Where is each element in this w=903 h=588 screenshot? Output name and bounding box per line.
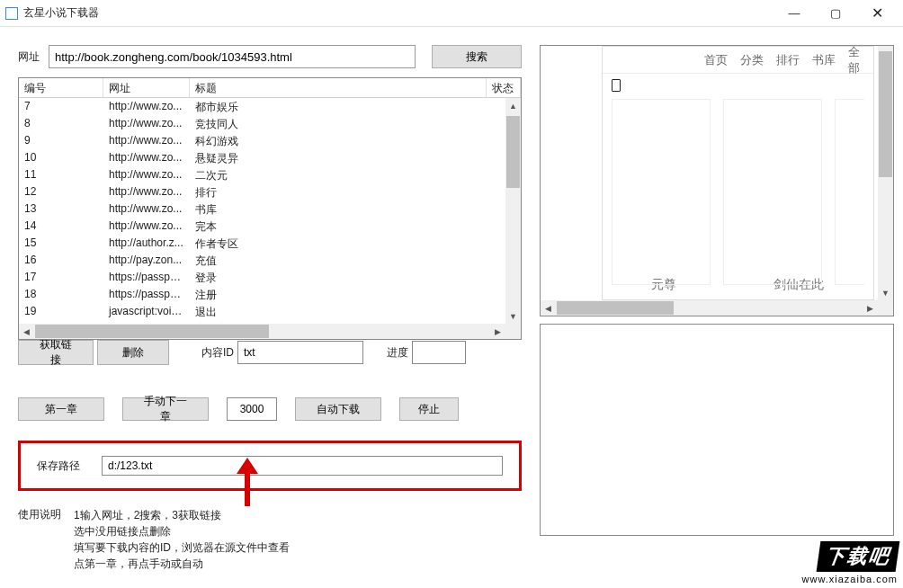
table-vscroll[interactable]: ▲ ▼ <box>505 98 521 324</box>
cell-title: 二次元 <box>190 166 521 183</box>
table-row[interactable]: 14http://www.zo...完本 <box>19 218 521 235</box>
cell-id: 15 <box>19 235 103 252</box>
maximize-button[interactable]: ▢ <box>815 1 856 26</box>
search-button[interactable]: 搜索 <box>432 45 522 68</box>
cell-url: http://www.zo... <box>103 132 190 149</box>
url-label: 网址 <box>18 49 40 65</box>
table-row[interactable]: 16http://pay.zon...充值 <box>19 252 521 269</box>
auto-download-button[interactable]: 自动下载 <box>295 397 381 421</box>
url-input[interactable] <box>49 45 416 68</box>
close-button[interactable]: ✕ <box>856 1 898 26</box>
help-text: 1输入网址，2搜索，3获取链接选中没用链接点删除填写要下载内容的ID，浏览器在源… <box>74 507 290 572</box>
cell-id: 18 <box>19 286 103 303</box>
browser-preview[interactable]: 首页 分类 排行 书库 全部 <box>540 45 894 316</box>
save-path-highlight: 保存路径 <box>18 441 522 491</box>
th-title[interactable]: 标题 <box>190 78 487 97</box>
table-row[interactable]: 13http://www.zo...书库 <box>19 200 521 218</box>
cell-url: http://www.zo... <box>103 149 190 166</box>
table-row[interactable]: 17https://passpo...登录 <box>19 269 521 286</box>
manual-next-button[interactable]: 手动下一章 <box>122 397 209 421</box>
th-status[interactable]: 状态 <box>487 78 521 97</box>
cell-title: 都市娱乐 <box>190 98 521 115</box>
progress-input[interactable] <box>412 341 466 364</box>
cell-url: http://www.zo... <box>103 200 190 218</box>
web-content[interactable]: 首页 分类 排行 书库 全部 <box>602 46 874 300</box>
table-row[interactable]: 11http://www.zo...二次元 <box>19 166 521 183</box>
scroll-right-icon[interactable]: ▶ <box>863 300 878 316</box>
cell-title: 作者专区 <box>190 235 521 252</box>
scroll-thumb-h[interactable] <box>35 325 269 338</box>
cell-url: javascript:void... <box>103 303 190 320</box>
web-tab-more[interactable]: 全部 <box>848 46 864 76</box>
get-links-button[interactable]: 获取链接 <box>18 340 94 365</box>
table-row[interactable]: 15http://author.z...作者专区 <box>19 235 521 252</box>
scroll-down-icon[interactable]: ▼ <box>505 308 521 324</box>
cell-id: 10 <box>19 149 103 166</box>
web-tab-home[interactable]: 首页 <box>704 52 728 68</box>
book-card[interactable] <box>723 99 822 285</box>
book-card[interactable] <box>612 99 711 285</box>
cell-url: https://passpo... <box>103 286 190 303</box>
scroll-left-icon[interactable]: ◀ <box>541 300 556 316</box>
cell-id: 8 <box>19 115 103 132</box>
cell-title: 充值 <box>190 252 521 269</box>
table-row[interactable]: 7http://www.zo...都市娱乐 <box>19 98 521 115</box>
table-row[interactable]: 10http://www.zo...悬疑灵异 <box>19 149 521 166</box>
save-path-label: 保存路径 <box>37 459 102 474</box>
minimize-button[interactable]: — <box>773 1 815 26</box>
scroll-corner <box>878 300 893 316</box>
scroll-left-icon[interactable]: ◀ <box>19 324 34 339</box>
scroll-up-icon[interactable]: ▲ <box>505 98 521 113</box>
help-line: 1输入网址，2搜索，3获取链接 <box>74 507 290 523</box>
help-line: 填写要下载内容的ID，浏览器在源文件中查看 <box>74 539 290 556</box>
scroll-down-icon[interactable]: ▼ <box>878 285 893 300</box>
cell-id: 9 <box>19 132 103 149</box>
scroll-thumb[interactable] <box>506 116 520 188</box>
cell-title: 排行 <box>190 183 521 200</box>
titlebar: 玄星小说下载器 — ▢ ✕ <box>0 0 903 27</box>
web-tab-rank[interactable]: 排行 <box>776 52 800 68</box>
th-url[interactable]: 网址 <box>103 78 190 97</box>
cell-id: 16 <box>19 252 103 269</box>
content-id-input[interactable] <box>237 341 363 364</box>
first-chapter-button[interactable]: 第一章 <box>18 397 104 421</box>
delete-button[interactable]: 删除 <box>97 340 169 365</box>
table-header: 编号 网址 标题 状态 <box>19 78 521 98</box>
cell-url: http://author.z... <box>103 235 190 252</box>
web-tab-library[interactable]: 书库 <box>812 52 836 68</box>
table-row[interactable]: 18https://passpo...注册 <box>19 286 521 303</box>
th-id[interactable]: 编号 <box>19 78 103 97</box>
progress-label: 进度 <box>387 345 408 361</box>
preview-hscroll[interactable]: ◀ ▶ <box>541 300 878 316</box>
table-row[interactable]: 8http://www.zo...竞技同人 <box>19 115 521 132</box>
interval-input[interactable] <box>227 397 277 421</box>
cell-url: https://passpo... <box>103 269 190 286</box>
cell-url: http://www.zo... <box>103 183 190 200</box>
scroll-right-icon[interactable]: ▶ <box>490 324 505 339</box>
table-row[interactable]: 9http://www.zo...科幻游戏 <box>19 132 521 149</box>
cell-title: 完本 <box>190 218 521 235</box>
content-id-label: 内容ID <box>201 345 234 361</box>
cell-title: 科幻游戏 <box>190 132 521 149</box>
results-table[interactable]: 编号 网址 标题 状态 7http://www.zo...都市娱乐8http:/… <box>18 77 522 340</box>
cell-id: 11 <box>19 166 103 183</box>
help-line: 点第一章，再点手动或自动 <box>74 556 290 572</box>
cell-id: 13 <box>19 200 103 218</box>
stop-button[interactable]: 停止 <box>399 397 459 421</box>
cell-id: 19 <box>19 303 103 320</box>
scroll-thumb-h[interactable] <box>557 301 674 315</box>
table-body[interactable]: 7http://www.zo...都市娱乐8http://www.zo...竞技… <box>19 98 521 339</box>
table-hscroll[interactable]: ◀ ▶ <box>19 324 505 339</box>
web-tab-category[interactable]: 分类 <box>740 52 764 68</box>
scroll-thumb[interactable] <box>879 51 892 177</box>
save-path-input[interactable] <box>102 456 503 476</box>
web-nav-tabs: 首页 分类 排行 书库 全部 <box>603 47 873 74</box>
book-card[interactable] <box>835 99 864 285</box>
preview-vscroll[interactable]: ▲ ▼ <box>878 46 893 300</box>
help-line: 选中没用链接点删除 <box>74 523 290 539</box>
table-row[interactable]: 19javascript:void...退出 <box>19 303 521 320</box>
output-panel[interactable] <box>540 324 894 536</box>
cell-url: http://www.zo... <box>103 98 190 115</box>
table-row[interactable]: 12http://www.zo...排行 <box>19 183 521 200</box>
app-icon <box>5 7 18 20</box>
